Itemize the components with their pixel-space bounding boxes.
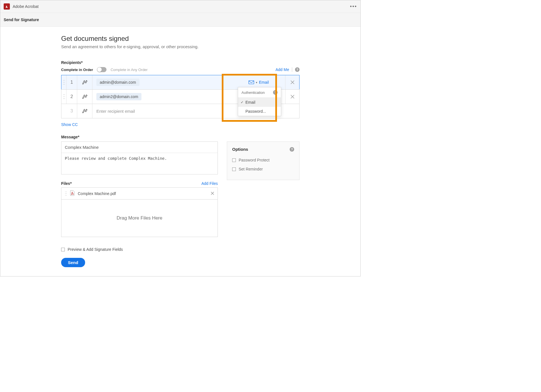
titlebar: Adobe Acrobat ••• <box>0 0 360 13</box>
recipient-list: 1 admin@domain.com ▾ Email Authenti <box>61 75 300 118</box>
svg-point-15 <box>65 193 66 194</box>
recipients-label: Recipients* <box>61 60 300 65</box>
drag-handle-icon[interactable] <box>61 90 66 104</box>
auth-dropdown: Authentication ? Email Password... <box>238 87 281 116</box>
svg-point-16 <box>66 193 67 194</box>
option-label: Set Reminder <box>239 167 263 171</box>
order-toggle[interactable] <box>97 67 107 72</box>
auth-dropdown-header: Authentication ? <box>238 87 281 98</box>
checkbox-icon[interactable] <box>61 248 65 251</box>
options-title: Options <box>232 147 248 152</box>
order-row: Complete in Order Complete in Any Order … <box>61 67 300 72</box>
files-box: Complex Machine.pdf Drag More Files Here <box>61 187 218 237</box>
auth-help-icon[interactable]: ? <box>273 90 278 95</box>
drag-handle-icon[interactable] <box>65 191 67 196</box>
svg-point-17 <box>65 195 66 196</box>
option-label: Password Protect <box>239 158 270 162</box>
svg-point-9 <box>63 96 64 97</box>
recipient-email-input[interactable]: Enter recipient email <box>92 104 249 118</box>
svg-point-14 <box>66 191 67 192</box>
signature-form: Get documents signed Send an agreement t… <box>61 35 300 267</box>
auth-dropdown-title: Authentication <box>241 90 265 95</box>
signer-role-icon[interactable] <box>77 75 92 89</box>
svg-point-10 <box>64 96 65 97</box>
complete-in-any-order-label: Complete in Any Order <box>110 68 148 72</box>
recipients-help-icon[interactable]: ? <box>295 67 300 72</box>
chevron-down-icon: ▾ <box>256 81 257 84</box>
svg-point-5 <box>64 84 65 85</box>
files-label: Files* <box>61 181 72 186</box>
svg-rect-6 <box>249 81 254 84</box>
add-files-link[interactable]: Add Files <box>201 181 218 186</box>
show-cc-link[interactable]: Show CC <box>61 122 78 127</box>
file-row: Complex Machine.pdf <box>61 188 218 200</box>
content: Get documents signed Send an agreement t… <box>0 27 360 276</box>
more-menu-icon[interactable]: ••• <box>350 4 357 10</box>
drag-handle-icon[interactable] <box>61 75 66 89</box>
svg-point-4 <box>63 84 64 85</box>
app-title: Adobe Acrobat <box>13 4 39 9</box>
svg-point-0 <box>63 80 64 81</box>
svg-point-3 <box>64 82 65 83</box>
mail-icon <box>249 80 254 84</box>
checkbox-icon[interactable] <box>232 167 236 171</box>
preview-label: Preview & Add Signature Fields <box>68 247 123 252</box>
message-body-input[interactable] <box>61 153 218 173</box>
preview-fields-option[interactable]: Preview & Add Signature Fields <box>61 247 300 252</box>
svg-point-18 <box>66 195 67 196</box>
recipient-number: 1 <box>66 75 77 89</box>
message-subject-input[interactable] <box>61 142 218 153</box>
email-chip[interactable]: admin@domain.com <box>96 79 139 86</box>
svg-point-2 <box>63 82 64 83</box>
message-label: Message* <box>61 135 300 139</box>
email-placeholder: Enter recipient email <box>96 109 135 114</box>
signer-role-icon[interactable] <box>77 90 92 104</box>
add-me-link[interactable]: Add Me <box>276 67 289 72</box>
divider <box>292 67 292 72</box>
svg-point-8 <box>64 94 65 95</box>
file-drop-area[interactable]: Drag More Files Here <box>61 200 218 237</box>
options-help-icon[interactable]: ? <box>290 147 294 152</box>
svg-point-12 <box>64 98 65 99</box>
file-name: Complex Machine.pdf <box>78 191 116 196</box>
auth-label: Email <box>259 80 269 85</box>
pdf-icon <box>70 190 75 197</box>
send-button[interactable]: Send <box>61 258 85 267</box>
recipient-number: 2 <box>66 90 77 104</box>
options-panel: Options ? Password Protect Set Reminder <box>227 141 300 180</box>
subheader: Send for Signature <box>0 13 360 27</box>
signer-role-icon[interactable] <box>77 104 92 118</box>
subheader-title: Send for Signature <box>4 17 357 22</box>
remove-recipient-button[interactable] <box>285 75 299 89</box>
checkbox-icon[interactable] <box>232 158 236 162</box>
app-window: Adobe Acrobat ••• Send for Signature Get… <box>0 0 361 276</box>
page-title: Get documents signed <box>61 35 300 43</box>
recipient-email-cell[interactable]: admin@domain.com <box>92 75 249 89</box>
password-protect-option[interactable]: Password Protect <box>232 156 294 165</box>
recipient-row: 1 admin@domain.com ▾ Email Authenti <box>61 75 300 90</box>
message-box <box>61 141 218 174</box>
auth-option-password[interactable]: Password... <box>238 107 281 116</box>
set-reminder-option[interactable]: Set Reminder <box>232 165 294 174</box>
recipient-email-cell[interactable]: admin2@domain.com <box>92 90 249 104</box>
svg-point-11 <box>63 98 64 99</box>
svg-point-13 <box>65 191 66 192</box>
auth-option-email[interactable]: Email <box>238 98 281 107</box>
complete-in-order-label: Complete in Order <box>61 68 93 72</box>
remove-recipient-button[interactable] <box>285 90 299 104</box>
svg-point-1 <box>64 80 65 81</box>
email-chip[interactable]: admin2@domain.com <box>96 93 141 100</box>
svg-point-7 <box>63 94 64 95</box>
remove-file-button[interactable] <box>211 191 214 196</box>
acrobat-logo-icon <box>4 3 10 10</box>
recipient-number: 3 <box>66 104 77 118</box>
page-subtitle: Send an agreement to others for e-signin… <box>61 44 300 49</box>
